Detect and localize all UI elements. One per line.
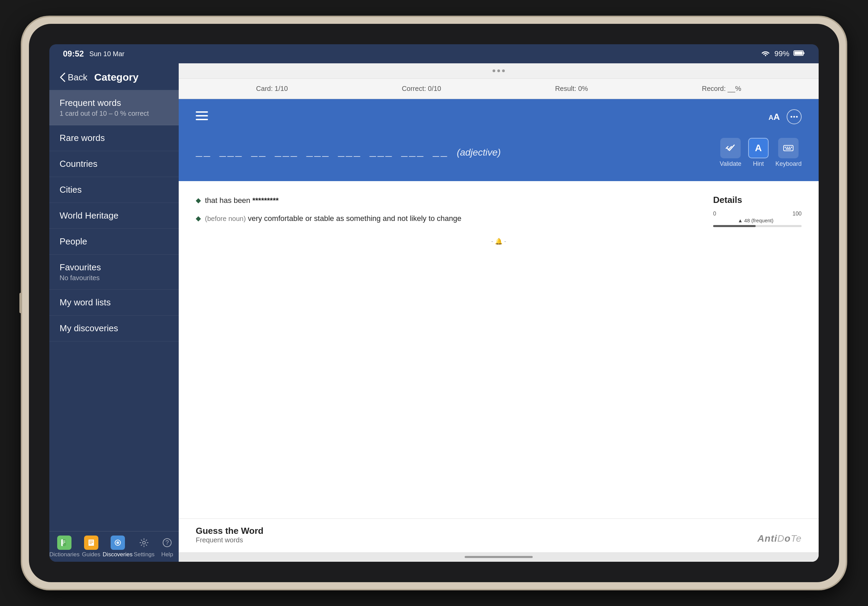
svg-rect-21: [787, 147, 788, 148]
stat-result: Result: 0%: [555, 85, 588, 93]
hint-button[interactable]: A Hint: [748, 138, 769, 167]
word-type: (adjective): [457, 147, 501, 158]
keyboard-icon: [778, 138, 798, 158]
svg-rect-20: [784, 147, 786, 148]
side-button[interactable]: [19, 293, 22, 313]
tab-dictionaries[interactable]: Dictionaries: [50, 536, 80, 558]
svg-rect-19: [784, 146, 793, 151]
sidebar-title: Category: [94, 71, 138, 83]
validate-button[interactable]: Validate: [719, 138, 741, 167]
svg-rect-15: [196, 119, 208, 120]
keyboard-label: Keyboard: [775, 160, 801, 167]
card-top: AA: [179, 99, 818, 181]
frequent-words-subtitle: 1 card out of 10 – 0 % correct: [60, 110, 169, 118]
center-decoration: - 🔔 -: [196, 238, 801, 245]
svg-point-18: [796, 116, 798, 118]
more-options-button[interactable]: [787, 109, 801, 124]
tab-discoveries[interactable]: Discoveries: [103, 536, 133, 558]
freq-bar-fill: [713, 225, 756, 227]
stat-record: Record: __%: [702, 85, 741, 93]
tab-guides[interactable]: Guides: [80, 536, 103, 558]
definitions: ◆ that has been ********* ◆ (before noun…: [196, 195, 699, 231]
svg-rect-1: [795, 51, 803, 55]
hamburger-icon[interactable]: [196, 111, 208, 122]
back-label: Back: [68, 72, 87, 83]
tab-dictionaries-label: Dictionaries: [50, 551, 80, 558]
svg-point-9: [116, 541, 119, 544]
hint-label: Hint: [753, 160, 764, 167]
tab-help[interactable]: ? Help: [155, 536, 179, 558]
svg-rect-23: [791, 147, 792, 148]
dot-2: [497, 70, 500, 72]
sidebar-item-countries[interactable]: Countries: [50, 151, 179, 177]
tab-help-label: Help: [161, 551, 173, 558]
home-indicator: [179, 552, 818, 562]
details-title: Details: [713, 195, 801, 205]
keyboard-button[interactable]: Keyboard: [775, 138, 801, 167]
freq-min: 0: [713, 211, 716, 217]
dot-1: [493, 70, 495, 72]
sidebar-header: Back Category: [50, 64, 179, 90]
card-toolbar: AA: [196, 109, 801, 124]
favourites-subtitle: No favourites: [60, 274, 169, 282]
word-actions: Validate A Hint: [719, 138, 801, 167]
antidote-logo: AntiDoTe: [757, 533, 801, 544]
sidebar: Back Category Frequent words 1 card out …: [50, 64, 179, 562]
sidebar-item-rare-words[interactable]: Rare words: [50, 125, 179, 151]
svg-rect-24: [786, 149, 791, 149]
cities-title: Cities: [60, 184, 169, 195]
svg-point-17: [794, 116, 795, 118]
freq-marker: ▲ 48 (frequent): [738, 217, 773, 224]
sidebar-item-favourites[interactable]: Favourites No favourites: [50, 255, 179, 290]
guides-icon: [84, 536, 98, 550]
rare-words-title: Rare words: [60, 133, 169, 143]
footer-left: Guess the Word Frequent words: [196, 525, 264, 544]
footer-subtitle: Frequent words: [196, 536, 264, 544]
svg-point-16: [791, 116, 792, 118]
card-toolbar-right: AA: [769, 109, 801, 124]
back-button[interactable]: Back: [60, 72, 87, 83]
sidebar-item-frequent-words[interactable]: Frequent words 1 card out of 10 – 0 % co…: [50, 90, 179, 125]
sidebar-item-people[interactable]: People: [50, 229, 179, 255]
svg-text:?: ?: [166, 539, 169, 546]
sidebar-item-my-discoveries[interactable]: My discoveries: [50, 316, 179, 341]
sidebar-item-my-word-lists[interactable]: My word lists: [50, 290, 179, 316]
card-footer: Guess the Word Frequent words AntiDoTe: [179, 519, 818, 552]
frequent-words-title: Frequent words: [60, 98, 169, 108]
settings-icon: [137, 536, 151, 550]
my-discoveries-title: My discoveries: [60, 323, 169, 334]
my-word-lists-title: My word lists: [60, 297, 169, 308]
svg-rect-3: [63, 539, 66, 546]
word-blanks: __ ___ __ ___ ___ ___ ___ ___ __: [196, 146, 449, 159]
tab-discoveries-label: Discoveries: [103, 551, 133, 558]
world-heritage-title: World Heritage: [60, 211, 169, 221]
sidebar-item-cities[interactable]: Cities: [50, 177, 179, 203]
status-date: Sun 10 Mar: [89, 50, 124, 58]
freq-bar-track: [713, 225, 801, 227]
favourites-title: Favourites: [60, 262, 169, 273]
stat-card: Card: 1/10: [256, 85, 288, 93]
countries-title: Countries: [60, 159, 169, 169]
footer-title: Guess the Word: [196, 525, 264, 536]
font-size-button[interactable]: AA: [769, 112, 780, 122]
stat-correct: Correct: 0/10: [401, 85, 441, 93]
freq-max: 100: [792, 211, 801, 217]
diamond-1: ◆: [196, 196, 201, 204]
tab-guides-label: Guides: [82, 551, 101, 558]
home-bar: [465, 556, 533, 558]
status-bar: 09:52 Sun 10 Mar 99%: [50, 44, 818, 64]
battery-percent: 99%: [774, 50, 789, 58]
wifi-icon: [761, 50, 770, 58]
ipad-device: 09:52 Sun 10 Mar 99%: [22, 17, 846, 589]
tab-settings[interactable]: Settings: [132, 536, 155, 558]
right-panel: Card: 1/10 Correct: 0/10 Result: 0% Reco…: [179, 64, 818, 562]
frequency-bar: 0 100 ▲ 48 (freque: [713, 211, 801, 227]
freq-marker-label: ▲ 48 (frequent): [738, 217, 773, 223]
sidebar-item-world-heritage[interactable]: World Heritage: [50, 203, 179, 229]
card-bottom: ◆ that has been ********* ◆ (before noun…: [179, 181, 818, 519]
svg-rect-22: [789, 147, 790, 148]
people-title: People: [60, 236, 169, 247]
definition-1: ◆ that has been *********: [196, 195, 699, 206]
card-stats-bar: Card: 1/10 Correct: 0/10 Result: 0% Reco…: [179, 79, 818, 99]
word-display: __ ___ __ ___ ___ ___ ___ ___ __ (adject…: [196, 138, 801, 167]
